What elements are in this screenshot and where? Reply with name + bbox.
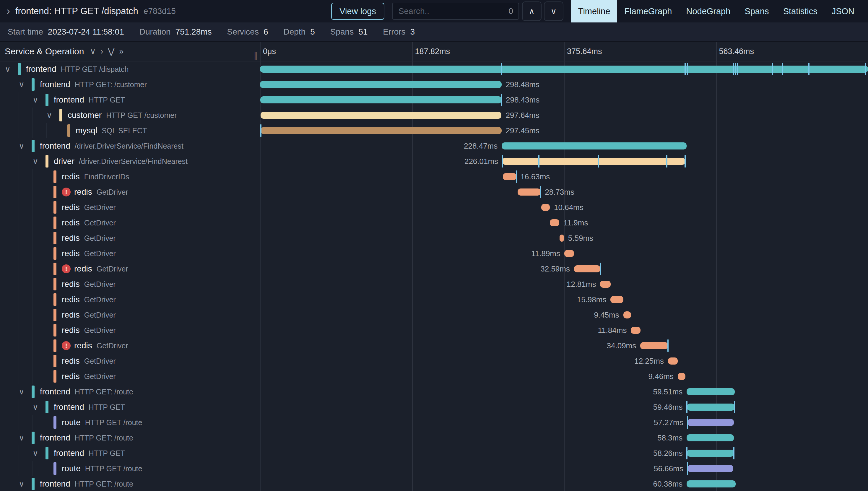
span-duration-bar[interactable] [687,434,734,441]
span-duration-bar[interactable] [624,311,631,318]
span-name-cell[interactable]: ∨customerHTTP GET /customer [0,108,260,123]
span-row[interactable]: redisGetDriver12.25ms [0,353,868,369]
chevron-down-icon[interactable]: ∨ [32,449,46,457]
span-name-cell[interactable]: ∨frontendHTTP GET [0,399,260,415]
span-name-cell[interactable]: redisGetDriver [0,369,260,384]
tab-json[interactable]: JSON [824,0,862,23]
span-duration-bar[interactable] [518,189,541,196]
span-row[interactable]: mysqlSQL SELECT297.45ms [0,123,868,138]
span-duration-bar[interactable] [600,281,610,288]
tab-flamegraph[interactable]: FlameGraph [617,0,679,23]
span-duration-bar[interactable] [688,465,733,472]
span-row[interactable]: redisGetDriver15.98ms [0,292,868,307]
span-row[interactable]: ∨driver/driver.DriverService/FindNearest… [0,154,868,169]
span-duration-bar[interactable] [687,388,735,395]
span-duration-bar[interactable] [260,65,868,73]
span-name-cell[interactable]: routeHTTP GET /route [0,461,260,476]
span-name-cell[interactable]: ∨frontendHTTP GET: /route [0,476,260,491]
span-duration-bar[interactable] [541,204,550,211]
span-row[interactable]: ∨frontendHTTP GET: /route60.38ms [0,476,868,491]
chevron-down-icon[interactable]: ∨ [19,81,32,89]
span-duration-bar[interactable] [502,158,685,165]
double-chevron-right-icon[interactable]: » [119,47,123,56]
span-duration-bar[interactable] [678,373,686,380]
span-duration-bar[interactable] [688,419,734,426]
double-chevron-down-icon[interactable]: ⋁ [108,47,114,56]
span-name-cell[interactable]: ∨frontendHTTP GET: /route [0,384,260,399]
span-name-cell[interactable]: redisGetDriver [0,323,260,338]
chevron-down-icon[interactable]: ∨ [32,403,46,411]
span-row[interactable]: ∨customerHTTP GET /customer297.64ms [0,108,868,123]
span-duration-bar[interactable] [574,265,600,272]
chevron-right-icon[interactable]: › [100,47,103,56]
chevron-down-icon[interactable]: ∨ [19,480,32,488]
chevron-down-icon[interactable]: ∨ [32,96,46,104]
span-row[interactable]: ∨frontendHTTP GET: /route59.51ms [0,384,868,399]
span-row[interactable]: redisFindDriverIDs16.63ms [0,169,868,184]
chevron-down-icon[interactable]: ∨ [47,111,59,119]
span-name-cell[interactable]: ∨frontend/driver.DriverService/FindNeare… [0,138,260,154]
span-duration-bar[interactable] [564,250,574,257]
span-name-cell[interactable]: redisFindDriverIDs [0,169,260,184]
span-name-cell[interactable]: ∨frontendHTTP GET [0,445,260,461]
tab-nodegraph[interactable]: NodeGraph [679,0,737,23]
span-row[interactable]: redisGetDriver9.45ms [0,307,868,323]
span-duration-bar[interactable] [503,173,516,180]
span-duration-bar[interactable] [631,327,640,334]
span-row[interactable]: !redisGetDriver32.59ms [0,261,868,277]
chevron-down-icon[interactable]: ∨ [32,157,46,166]
span-row[interactable]: redisGetDriver10.64ms [0,200,868,215]
span-name-cell[interactable]: !redisGetDriver [0,338,260,353]
span-row[interactable]: routeHTTP GET /route57.27ms [0,415,868,430]
span-row[interactable]: redisGetDriver12.81ms [0,277,868,292]
search-input[interactable] [398,6,505,16]
column-resize-handle[interactable]: ∥ [254,51,258,60]
span-row[interactable]: !redisGetDriver28.73ms [0,184,868,200]
span-duration-bar[interactable] [687,480,735,487]
span-row[interactable]: redisGetDriver11.84ms [0,323,868,338]
span-row[interactable]: ∨frontendHTTP GET: /customer298.48ms [0,77,868,92]
span-duration-bar[interactable] [550,219,559,226]
span-duration-bar[interactable] [687,404,735,411]
span-name-cell[interactable]: redisGetDriver [0,230,260,246]
span-name-cell[interactable]: ∨driver/driver.DriverService/FindNearest [0,154,260,169]
span-duration-bar[interactable] [261,112,501,119]
span-row[interactable]: redisGetDriver5.59ms [0,230,868,246]
span-name-cell[interactable]: redisGetDriver [0,292,260,307]
span-name-cell[interactable]: ∨frontendHTTP GET /dispatch [0,61,260,77]
chevron-down-icon[interactable]: ∨ [19,434,32,442]
span-name-cell[interactable]: redisGetDriver [0,277,260,292]
span-duration-bar[interactable] [559,235,564,242]
span-row[interactable]: ∨frontend/driver.DriverService/FindNeare… [0,138,868,154]
span-duration-bar[interactable] [640,342,668,349]
span-row[interactable]: redisGetDriver9.46ms [0,369,868,384]
span-name-cell[interactable]: redisGetDriver [0,246,260,261]
tab-spans[interactable]: Spans [737,0,776,23]
span-duration-bar[interactable] [668,357,678,365]
span-row[interactable]: redisGetDriver11.89ms [0,246,868,261]
view-logs-button[interactable]: View logs [331,3,384,20]
span-duration-bar[interactable] [687,450,734,457]
span-name-cell[interactable]: mysqlSQL SELECT [0,123,260,138]
span-name-cell[interactable]: !redisGetDriver [0,261,260,277]
tab-timeline[interactable]: Timeline [571,0,617,23]
span-row[interactable]: ∨frontendHTTP GET58.26ms [0,445,868,461]
span-row[interactable]: ∨frontendHTTP GET /dispatch [0,61,868,77]
chevron-down-icon[interactable]: ∨ [90,47,96,56]
collapse-trace-icon[interactable]: › [6,6,10,17]
span-name-cell[interactable]: routeHTTP GET /route [0,415,260,430]
span-name-cell[interactable]: !redisGetDriver [0,184,260,200]
span-name-cell[interactable]: ∨frontendHTTP GET: /customer [0,77,260,92]
span-name-cell[interactable]: redisGetDriver [0,353,260,369]
span-name-cell[interactable]: ∨frontendHTTP GET: /route [0,430,260,445]
chevron-down-icon[interactable]: ∨ [5,65,18,73]
span-row[interactable]: ∨frontendHTTP GET59.46ms [0,399,868,415]
chevron-down-icon[interactable]: ∨ [19,388,32,396]
span-name-cell[interactable]: redisGetDriver [0,215,260,230]
span-duration-bar[interactable] [260,81,502,88]
span-duration-bar[interactable] [502,142,687,149]
tab-statistics[interactable]: Statistics [776,0,824,23]
span-name-cell[interactable]: redisGetDriver [0,200,260,215]
span-name-cell[interactable]: ∨frontendHTTP GET [0,92,260,108]
span-row[interactable]: redisGetDriver11.9ms [0,215,868,230]
